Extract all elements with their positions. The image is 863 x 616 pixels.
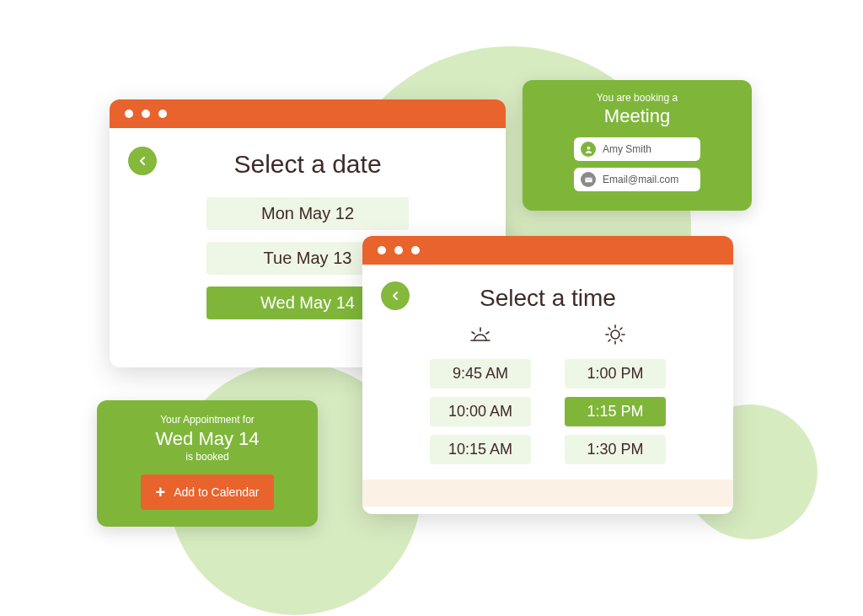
select-time-heading: Select a time xyxy=(362,285,733,312)
window-dot-icon xyxy=(158,110,167,118)
sunrise-icon xyxy=(468,324,493,345)
confirmation-card: Your Appointment for Wed May 14 is booke… xyxy=(97,400,318,527)
window-dot-icon xyxy=(394,246,403,254)
time-option[interactable]: 10:15 AM xyxy=(430,435,531,464)
confirm-sub: Your Appointment for xyxy=(97,414,318,426)
svg-line-10 xyxy=(620,328,622,329)
date-option[interactable]: Mon May 12 xyxy=(206,197,409,230)
back-button[interactable] xyxy=(128,147,157,175)
booking-title: Meeting xyxy=(523,105,752,127)
person-icon xyxy=(581,142,596,157)
svg-point-4 xyxy=(611,330,619,339)
time-option[interactable]: 9:45 AM xyxy=(430,359,531,388)
time-option[interactable]: 1:30 PM xyxy=(565,435,666,464)
back-button[interactable] xyxy=(381,281,410,310)
afternoon-column: 1:00 PM 1:15 PM 1:30 PM xyxy=(565,324,666,464)
booking-contact-chip[interactable]: Amy Smith xyxy=(574,137,700,161)
confirm-title: Wed May 14 xyxy=(97,428,318,450)
time-option[interactable]: 10:00 AM xyxy=(430,397,531,426)
window-titlebar xyxy=(362,236,733,265)
svg-line-3 xyxy=(486,332,489,334)
svg-line-11 xyxy=(608,340,610,341)
select-time-window: Select a time 9:45 AM 10:00 AM 10:15 AM … xyxy=(362,236,733,514)
booking-email: Email@mail.com xyxy=(603,174,678,185)
time-grid: 9:45 AM 10:00 AM 10:15 AM 1:00 PM 1:15 P… xyxy=(362,324,733,479)
select-date-heading: Select a date xyxy=(110,150,506,179)
booking-summary-card: You are booking a Meeting Amy Smith Emai… xyxy=(523,80,752,211)
mail-icon xyxy=(581,172,596,187)
window-dot-icon xyxy=(411,246,420,254)
booking-email-chip[interactable]: Email@mail.com xyxy=(574,168,700,191)
confirm-sub2: is booked xyxy=(97,451,318,463)
arrow-left-icon xyxy=(389,289,402,303)
svg-line-12 xyxy=(620,340,622,341)
window-dot-icon xyxy=(142,110,150,118)
window-dot-icon xyxy=(378,246,386,254)
plus-icon: + xyxy=(156,484,166,501)
svg-point-0 xyxy=(587,146,590,149)
time-option-selected[interactable]: 1:15 PM xyxy=(565,397,666,426)
morning-column: 9:45 AM 10:00 AM 10:15 AM xyxy=(430,324,531,464)
arrow-left-icon xyxy=(136,154,149,168)
svg-line-9 xyxy=(608,328,610,329)
add-to-calendar-button[interactable]: + Add to Calendar xyxy=(141,474,275,510)
window-titlebar xyxy=(110,99,506,128)
window-dot-icon xyxy=(125,110,133,118)
time-option[interactable]: 1:00 PM xyxy=(565,359,666,388)
svg-line-2 xyxy=(472,332,474,334)
window-footer xyxy=(362,479,733,506)
add-to-calendar-label: Add to Calendar xyxy=(174,485,259,499)
sun-icon xyxy=(604,324,626,345)
booking-name: Amy Smith xyxy=(603,143,651,155)
booking-sub: You are booking a xyxy=(523,92,752,104)
